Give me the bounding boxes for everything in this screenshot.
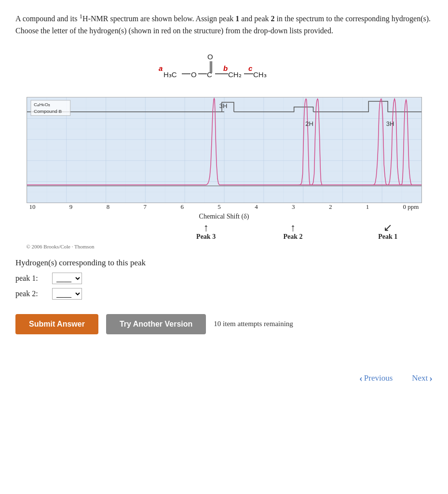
nmr-chart-container: 3H 2H 3H C₄H₆O₂ Compound B 10 9 8 7 6 5 … — [27, 97, 422, 249]
peak1-arrow: ↙ — [378, 222, 397, 233]
xaxis-0: 0 ppm — [403, 203, 419, 211]
ch2-text: CH₂ — [228, 70, 242, 79]
question-text: A compound and its 1H-NMR spectrum are s… — [15, 12, 433, 37]
peak3-arrow: ↑ — [196, 222, 216, 233]
structure-svg: a H₃C O C O b c CH₂ CH₃ — [152, 46, 297, 89]
integration-3h-peak3: 3H — [219, 102, 227, 110]
chevron-left-icon: ‹ — [359, 373, 363, 384]
label-c: c — [248, 64, 253, 72]
chevron-right-icon: › — [429, 373, 433, 384]
peak1-select[interactable]: ____ a b c — [52, 273, 82, 284]
label-b: b — [223, 64, 228, 72]
label-a: a — [159, 64, 163, 72]
peak2-row-label: peak 2: — [15, 289, 49, 298]
peak2-row: peak 2: ____ a b c — [15, 288, 433, 300]
integration-3h-peak1: 3H — [386, 120, 394, 127]
xaxis-labels: 10 9 8 7 6 5 4 3 2 1 0 ppm — [27, 203, 422, 211]
nmr-chart: 3H 2H 3H C₄H₆O₂ Compound B — [27, 97, 422, 203]
xaxis-7: 7 — [144, 203, 147, 211]
copyright-text: © 2006 Brooks/Cole · Thomson — [27, 244, 422, 249]
xaxis-4: 4 — [255, 203, 258, 211]
xaxis-3: 3 — [292, 203, 295, 211]
xaxis-title: Chemical Shift (δ) — [199, 213, 249, 220]
try-another-button[interactable]: Try Another Version — [106, 314, 206, 334]
xaxis-2: 2 — [329, 203, 332, 211]
xaxis-1: 1 — [366, 203, 369, 211]
h3c-text: H₃C — [163, 70, 177, 79]
compound-formula: C₄H₆O₂ — [33, 102, 50, 107]
question-text-part2: H-NMR spectrum are shown below. Assign p… — [82, 14, 235, 23]
peak2-arrow: ↑ — [284, 222, 303, 233]
peak2-select[interactable]: ____ a b c — [52, 288, 82, 300]
xaxis-6: 6 — [180, 203, 184, 211]
hydrogen-title: Hydrogen(s) corresponding to this peak — [15, 258, 433, 268]
nmr-chart-svg: 3H 2H 3H C₄H₆O₂ Compound B — [27, 97, 421, 203]
next-label: Next — [412, 373, 428, 383]
question-text-part1: A compound and its — [15, 14, 79, 23]
xaxis-8: 8 — [107, 203, 110, 211]
o-carbonyl-text: O — [207, 53, 213, 61]
o-text: O — [191, 70, 197, 79]
hydrogen-section: Hydrogen(s) corresponding to this peak p… — [15, 258, 433, 300]
submit-button[interactable]: Submit Answer — [15, 314, 98, 334]
compound-name: Compound B — [33, 109, 62, 114]
peak1-row-label: peak 1: — [15, 274, 49, 283]
xaxis-10: 10 — [29, 203, 36, 211]
peak3-label-area: ↑ Peak 3 — [196, 222, 216, 241]
integration-2h-peak2: 2H — [305, 120, 313, 127]
structure-area: a H₃C O C O b c CH₂ CH₃ — [15, 46, 433, 89]
peak1-label: Peak 1 — [378, 233, 397, 241]
xaxis-5: 5 — [217, 203, 221, 211]
nav-row: ‹ Previous Next › — [15, 373, 433, 384]
ch3-text: CH₃ — [253, 70, 267, 79]
button-row: Submit Answer Try Another Version 10 ite… — [15, 314, 433, 334]
peak1-row: peak 1: ____ a b c — [15, 273, 433, 284]
question-text-part3: and peak — [239, 14, 271, 23]
peak2-label: Peak 2 — [284, 233, 303, 241]
next-button[interactable]: Next › — [412, 373, 433, 384]
previous-button[interactable]: ‹ Previous — [359, 373, 393, 384]
xaxis-9: 9 — [69, 203, 73, 211]
previous-label: Previous — [364, 373, 393, 383]
peak3-label: Peak 3 — [196, 233, 216, 241]
bold-peak-2: 2 — [271, 14, 275, 23]
peak1-label-area: ↙ Peak 1 — [378, 222, 397, 241]
attempts-text: 10 item attempts remaining — [214, 320, 293, 328]
peak2-label-area: ↑ Peak 2 — [284, 222, 303, 241]
